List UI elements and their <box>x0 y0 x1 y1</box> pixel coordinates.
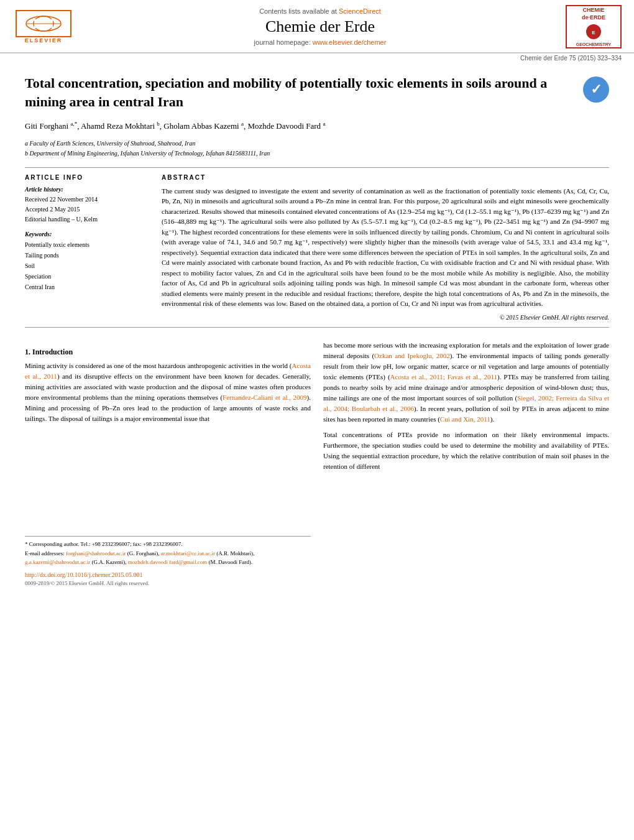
footnote-emails: E-mail addresses: forghani@shahroodut.ac… <box>25 550 311 566</box>
ref-ozkan2002[interactable]: Ozkan and Ipekoglu, 2002 <box>374 352 450 359</box>
accepted-date: Accepted 2 May 2015 <box>25 205 149 215</box>
received-date: Received 22 November 2014 <box>25 195 149 205</box>
keyword-1: Potentially toxic elements <box>25 239 149 250</box>
issn-line: 0009-2819/© 2015 Elsevier GmbH. All righ… <box>25 580 311 586</box>
email-link-1[interactable]: forghani@shahroodut.ac.ir <box>66 550 126 556</box>
elsevier-logo: ELSEVIER <box>12 8 75 45</box>
email-link-3[interactable]: g.a.kazemi@shahroodut.ac.ir <box>25 559 90 565</box>
article-area: ✓ Total concentration, speciation and mo… <box>0 63 634 340</box>
chemie-logo: CHEMIE de·ERDE E GEOCHEMISTRY <box>566 5 622 48</box>
body-two-col: 1. Introduction Mining activity is consi… <box>25 340 609 587</box>
section1-title: 1. Introduction <box>25 348 311 357</box>
ref-cui2011[interactable]: Cui and Xin, 2011 <box>440 415 490 423</box>
footnote-star: * Corresponding author. Tel.: +98 233239… <box>25 540 311 549</box>
journal-header-center: Contents lists available at ScienceDirec… <box>75 7 566 46</box>
article-history: Article history: Received 22 November 20… <box>25 186 149 224</box>
journal-homepage-line: journal homepage: www.elsevier.de/chemer <box>75 39 566 46</box>
article-info-title: ARTICLE INFO <box>25 174 149 181</box>
abstract-title: ABSTRACT <box>162 174 609 181</box>
keyword-2: Tailing ponds <box>25 250 149 261</box>
crossmark-icon: ✓ <box>583 76 609 103</box>
keyword-4: Speciation <box>25 271 149 282</box>
editorial-handling: Editorial handling – U, Kelm <box>25 215 149 224</box>
affil-a: a Faculty of Earth Sciences, University … <box>25 139 609 149</box>
ref-siegel2002[interactable]: Siegel, 2002; Ferreira da Silva et al., … <box>323 394 609 412</box>
keyword-3: Soil <box>25 261 149 271</box>
section1-col2-p2: Total concentrations of PTEs provide no … <box>323 430 609 472</box>
doi-link[interactable]: http://dx.doi.org/10.1016/j.chemer.2015.… <box>25 571 311 578</box>
journal-title-header: Chemie der Erde <box>75 17 566 36</box>
keyword-5: Central Iran <box>25 282 149 292</box>
divider-1 <box>25 167 609 168</box>
body-area: 1. Introduction Mining activity is consi… <box>0 340 634 599</box>
ref-acosta2011[interactable]: Acosta et al., 2011 <box>25 362 311 380</box>
sciencedirect-line: Contents lists available at ScienceDirec… <box>75 7 566 15</box>
footnote-area: * Corresponding author. Tel.: +98 233239… <box>25 536 311 567</box>
homepage-link[interactable]: www.elsevier.de/chemer <box>313 39 387 46</box>
sciencedirect-link[interactable]: ScienceDirect <box>339 7 381 15</box>
copyright-line: © 2015 Elsevier GmbH. All rights reserve… <box>162 314 609 321</box>
ref-acosta2011b[interactable]: Acosta et al., 2011; Favas et al., 2011 <box>390 373 497 381</box>
article-info-abstract: ARTICLE INFO Article history: Received 2… <box>25 174 609 321</box>
section1-col1-p1: Mining activity is considered as one of … <box>25 361 311 424</box>
authors-line: Giti Forghani a,*, Ahamd Reza Mokhtari b… <box>25 119 609 133</box>
divider-2 <box>25 327 609 328</box>
abstract-text: The current study was designed to invest… <box>162 186 609 309</box>
section1-col2-p1: has become more serious with the increas… <box>323 340 609 425</box>
page: ELSEVIER Contents lists available at Sci… <box>0 0 634 840</box>
article-history-title: Article history: <box>25 186 149 193</box>
email-link-4[interactable]: mozhdeh.davoodi fard@gmail.com <box>128 559 208 565</box>
body-col-left: 1. Introduction Mining activity is consi… <box>25 340 311 587</box>
email-link-2[interactable]: ar.mokhtari@cc.iut.ac.ir <box>161 550 215 556</box>
article-info-col: ARTICLE INFO Article history: Received 2… <box>25 174 149 321</box>
affil-block: a Faculty of Earth Sciences, University … <box>25 139 609 159</box>
elsevier-wordmark: ELSEVIER <box>25 37 63 44</box>
svg-text:E: E <box>592 30 595 35</box>
ref-fernandez2009[interactable]: Fernandez-Caliani et al., 2009 <box>223 394 307 401</box>
journal-meta: Chemie der Erde 75 (2015) 323–334 <box>0 53 634 63</box>
affil-b: b Department of Mining Engineering, Isfa… <box>25 149 609 159</box>
crossmark[interactable]: ✓ <box>583 76 609 103</box>
abstract-col: ABSTRACT The current study was designed … <box>162 174 609 321</box>
article-title: Total concentration, speciation and mobi… <box>25 74 609 111</box>
journal-header: ELSEVIER Contents lists available at Sci… <box>0 0 634 53</box>
svg-text:✓: ✓ <box>590 81 602 97</box>
body-col-right: has become more serious with the increas… <box>323 340 609 587</box>
keywords-title: Keywords: <box>25 231 149 238</box>
